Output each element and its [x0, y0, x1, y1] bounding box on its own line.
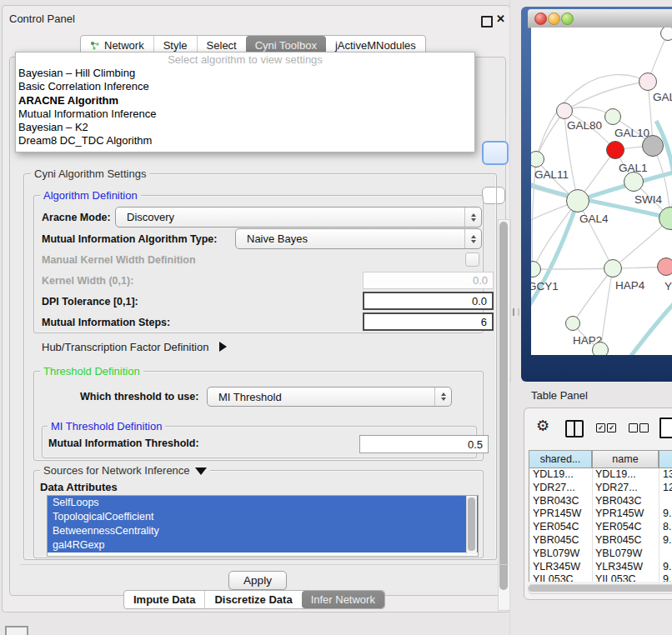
apply-button[interactable]: Apply: [228, 571, 287, 590]
column-header-shared-name[interactable]: shared...: [529, 450, 592, 468]
mi-type-combo[interactable]: Naive Bayes: [235, 228, 482, 249]
algorithm-option[interactable]: Mutual Information Inference: [16, 108, 474, 121]
hidden-algorithm-combo-edge[interactable]: [482, 141, 509, 165]
attribute-list-scroll-thumb[interactable]: [468, 498, 475, 551]
table-rows: YDL19... YDL19... 13 YDR27... YDR27... 1…: [529, 468, 672, 582]
settings-group-title: Cyni Algorithm Settings: [31, 168, 149, 180]
zoom-traffic-light-icon[interactable]: [561, 12, 574, 25]
threshold-definition-title: Threshold Definition: [40, 365, 143, 378]
close-traffic-light-icon[interactable]: [534, 12, 547, 25]
table-row[interactable]: YPR145W YPR145W 9.: [529, 508, 672, 521]
combo-stepper-icon: [464, 229, 481, 248]
minimize-traffic-light-icon[interactable]: [548, 12, 560, 25]
unchecked-box-icon[interactable]: [629, 423, 638, 432]
dpi-tolerance-field[interactable]: 0.0: [363, 292, 494, 310]
manual-kernel-label: Manual Kernel Width Definition: [42, 254, 196, 266]
table-row[interactable]: YBL079W YBL079W: [529, 548, 672, 561]
algorithm-options-list: Bayesian – Hill ClimbingBasic Correlatio…: [16, 67, 474, 148]
combo-stepper-icon: [434, 388, 451, 406]
application-window: Control Panel ✕ Network Style Select Cyn…: [0, 0, 672, 635]
hidden-groupbox-edge: [505, 116, 506, 216]
checked-box-icon[interactable]: ✓: [607, 423, 616, 432]
network-node[interactable]: [604, 108, 621, 125]
column-gridline: [592, 468, 593, 582]
table-row[interactable]: YER054C YER054C 8.: [529, 521, 672, 534]
checked-box-icon[interactable]: ✓: [596, 423, 605, 432]
which-threshold-combo[interactable]: MI Threshold: [207, 387, 452, 407]
columns-icon[interactable]: [565, 420, 584, 438]
tab-infer-network[interactable]: Infer Network: [302, 591, 384, 608]
bottom-tabstrip: Impute Data Discretize Data Infer Networ…: [123, 590, 385, 609]
algorithm-option[interactable]: Bayesian – K2: [16, 121, 474, 134]
mi-type-label: Mutual Information Algorithm Type:: [42, 233, 217, 245]
mi-threshold-group-title: MI Threshold Definition: [48, 420, 165, 432]
table-row[interactable]: YLR345W YLR345W 9.: [529, 561, 672, 574]
network-node-label: GAL11: [534, 168, 569, 181]
settings-scroll-thumb[interactable]: [499, 222, 508, 590]
network-node[interactable]: [604, 259, 622, 278]
algorithm-option[interactable]: ARACNE Algorithm: [16, 94, 474, 108]
tab-impute-data[interactable]: Impute Data: [124, 591, 204, 608]
dropdown-prompt: Select algorithm to view settings: [16, 52, 474, 67]
algorithm-option[interactable]: Bayesian – Hill Climbing: [16, 67, 474, 80]
table-horizontal-scroll-thumb[interactable]: [529, 585, 672, 592]
column-header-partial[interactable]: [659, 450, 672, 468]
algorithm-option[interactable]: Basic Correlation Inference: [16, 80, 474, 93]
column-gridline: [659, 468, 659, 582]
algorithm-option[interactable]: Dream8 DC_TDC Algorithm: [16, 134, 474, 148]
network-node[interactable]: [606, 141, 624, 159]
control-panel-window: Control Panel ✕ Network Style Select Cyn…: [2, 5, 510, 612]
gear-icon[interactable]: ⚙: [536, 418, 549, 433]
network-node[interactable]: [660, 28, 672, 41]
table-row[interactable]: YIL053C YIL053C 9.: [529, 573, 672, 582]
mi-steps-label: Mutual Information Steps:: [42, 317, 170, 328]
data-attribute-item[interactable]: BetweennessCentrality: [48, 524, 478, 538]
mi-steps-field[interactable]: 6: [363, 312, 494, 331]
expand-right-icon[interactable]: [219, 342, 227, 352]
data-attribute-item[interactable]: TopologicalCoefficient: [48, 510, 478, 524]
network-node-label: GAL80: [567, 119, 602, 132]
data-attribute-item[interactable]: gal4RGexp: [48, 538, 478, 552]
network-node[interactable]: [566, 189, 589, 212]
manual-kernel-checkbox[interactable]: [465, 252, 479, 267]
table-panel-title: Table Panel: [531, 389, 588, 402]
table-row[interactable]: YDL19... YDL19... 13: [529, 468, 672, 482]
table-row[interactable]: YBR043C YBR043C: [529, 495, 672, 508]
mi-threshold-field[interactable]: 0.5: [359, 435, 489, 453]
algorithm-dropdown-popup: Select algorithm to view settings Bayesi…: [15, 52, 475, 152]
data-attributes-list[interactable]: SelfLoopsTopologicalCoefficientBetweenne…: [47, 495, 479, 557]
kernel-width-field[interactable]: 0.0: [363, 272, 494, 289]
close-icon[interactable]: ✕: [496, 12, 505, 25]
network-node[interactable]: [565, 316, 580, 331]
network-node[interactable]: [639, 72, 657, 91]
network-node[interactable]: [592, 342, 609, 355]
network-node[interactable]: [624, 172, 644, 192]
data-attribute-item[interactable]: SelfLoops: [48, 496, 478, 510]
table-panel: Table Panel ⚙ ✓ ✓ shared... name YDL19..…: [510, 382, 672, 635]
kernel-width-label: Kernel Width (0,1):: [42, 275, 133, 287]
float-window-icon[interactable]: [481, 16, 493, 28]
column-header-name[interactable]: name: [592, 450, 659, 468]
collapsed-widget[interactable]: [5, 626, 28, 635]
document-icon[interactable]: [659, 418, 672, 438]
network-node-label: HAP4: [615, 279, 644, 292]
hub-definition-label[interactable]: Hub/Transcription Factor Definition: [42, 341, 227, 353]
network-node[interactable]: [642, 135, 664, 157]
table-panel-body: ⚙ ✓ ✓ shared... name YDL19... YDL19... 1…: [524, 408, 672, 600]
table-row[interactable]: YDR27... YDR27... 12: [529, 482, 672, 495]
aracne-mode-combo[interactable]: Discovery: [115, 207, 482, 228]
panel-resize-handle[interactable]: [513, 308, 519, 316]
unchecked-box-icon[interactable]: [639, 423, 649, 432]
table-row[interactable]: YBR045C YBR045C 9.: [529, 534, 672, 548]
aracne-mode-label: Aracne Mode:: [42, 212, 111, 223]
network-node[interactable]: [556, 102, 573, 119]
network-canvas[interactable]: GALGAL80GAL10GAL1GAL11SWI4GAL4GCY1HAP4YH…: [531, 28, 672, 355]
network-node-label: GCY1: [531, 280, 559, 292]
network-window-titlebar[interactable]: [528, 9, 672, 28]
network-view-window: GALGAL80GAL10GAL1GAL11SWI4GAL4GCY1HAP4YH…: [521, 7, 672, 382]
collapse-down-icon[interactable]: [195, 468, 207, 475]
network-node[interactable]: [657, 258, 672, 276]
network-node-label: GAL4: [579, 212, 609, 225]
sources-group-title[interactable]: Sources for Network Inference: [40, 464, 210, 477]
tab-discretize-data[interactable]: Discretize Data: [204, 591, 301, 608]
